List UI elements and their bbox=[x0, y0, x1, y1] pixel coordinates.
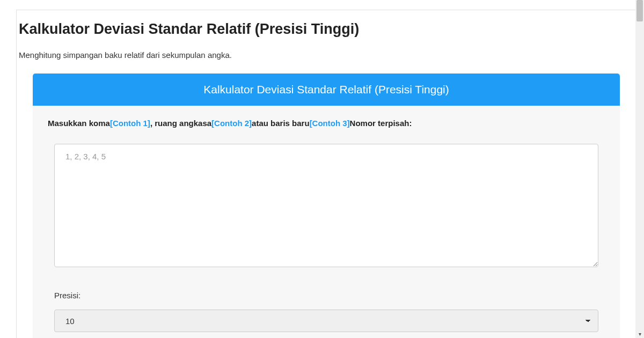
main-container: Kalkulator Deviasi Standar Relatif (Pres… bbox=[16, 10, 636, 338]
scrollbar-down-arrow-icon[interactable]: ▾ bbox=[635, 329, 644, 338]
panel-header: Kalkulator Deviasi Standar Relatif (Pres… bbox=[33, 74, 620, 106]
example-2-link[interactable]: [Contoh 2] bbox=[211, 119, 252, 128]
label-text-1: Masukkan koma bbox=[48, 119, 110, 128]
precision-select[interactable]: 10 bbox=[54, 310, 598, 332]
numbers-input[interactable] bbox=[54, 144, 598, 267]
page-title: Kalkulator Deviasi Standar Relatif (Pres… bbox=[17, 21, 636, 38]
calculator-panel: Kalkulator Deviasi Standar Relatif (Pres… bbox=[33, 74, 620, 338]
precision-section: Presisi: 10 bbox=[48, 291, 605, 332]
precision-label: Presisi: bbox=[54, 291, 598, 300]
page-description: Menghitung simpangan baku relatif dari s… bbox=[17, 50, 636, 60]
example-3-link[interactable]: [Contoh 3] bbox=[310, 119, 350, 128]
example-1-link[interactable]: [Contoh 1] bbox=[110, 119, 150, 128]
input-instructions: Masukkan koma[Contoh 1], ruang angkasa[C… bbox=[48, 119, 605, 128]
label-text-3: atau baris baru bbox=[252, 119, 310, 128]
label-text-4: Nomor terpisah: bbox=[350, 119, 412, 128]
textarea-wrapper bbox=[48, 144, 605, 269]
scrollbar-track[interactable]: ▾ bbox=[635, 0, 644, 338]
label-text-2: , ruang angkasa bbox=[150, 119, 211, 128]
panel-body: Masukkan koma[Contoh 1], ruang angkasa[C… bbox=[33, 106, 620, 338]
scrollbar-thumb[interactable] bbox=[636, 0, 643, 21]
